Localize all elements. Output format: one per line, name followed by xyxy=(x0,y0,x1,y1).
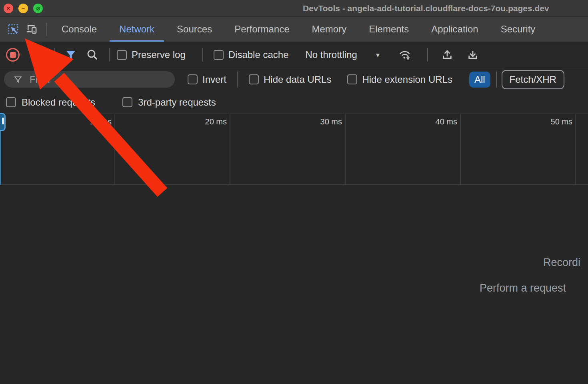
blocked-requests-label: Blocked requests xyxy=(22,97,95,108)
filter-chip-fetch-xhr[interactable]: Fetch/XHR xyxy=(502,70,564,89)
hide-data-urls-toggle[interactable]: Hide data URLs xyxy=(249,74,331,85)
funnel-icon xyxy=(66,51,76,59)
zoom-button[interactable] xyxy=(33,4,43,13)
tab-label: Elements xyxy=(369,24,409,35)
divider xyxy=(237,72,238,88)
filter-toggle-button[interactable] xyxy=(65,49,77,61)
inspect-cursor-icon xyxy=(8,24,19,35)
close-button[interactable] xyxy=(4,4,13,13)
tab-label: Console xyxy=(62,24,97,35)
close-icon xyxy=(6,6,11,11)
network-toolbar: Preserve log Disable cache No throttling… xyxy=(0,42,588,68)
filter-input[interactable] xyxy=(29,74,162,86)
preserve-log-checkbox[interactable] xyxy=(117,50,127,60)
minimize-icon xyxy=(21,6,26,11)
inspect-element-button[interactable] xyxy=(4,20,22,38)
title-bar: DevTools - angela-add-tutorial.cloudflar… xyxy=(0,0,588,17)
export-har-button[interactable] xyxy=(467,49,478,60)
ruler-gridline xyxy=(460,114,461,184)
throttling-value: No throttling xyxy=(305,49,357,60)
ruler-gridline xyxy=(114,114,115,184)
devtools-window: DevTools - angela-add-tutorial.cloudflar… xyxy=(0,0,588,384)
divider xyxy=(46,23,47,36)
overview-range-handle[interactable] xyxy=(0,113,6,131)
recording-message: Recordi xyxy=(543,256,580,269)
handle-grip xyxy=(2,118,4,124)
tab-elements[interactable]: Elements xyxy=(358,17,420,42)
chevron-down-icon: ▼ xyxy=(375,52,381,58)
preserve-log-label: Preserve log xyxy=(132,49,186,60)
tab-security[interactable]: Security xyxy=(490,17,547,42)
tab-label: Performance xyxy=(234,24,289,35)
window-title: DevTools - angela-add-tutorial.cloudflar… xyxy=(303,4,549,13)
hide-data-urls-label: Hide data URLs xyxy=(264,74,331,85)
preserve-log-toggle[interactable]: Preserve log xyxy=(117,49,186,60)
invert-label: Invert xyxy=(202,74,226,85)
hide-data-urls-checkbox[interactable] xyxy=(249,74,259,84)
device-toolbar-icon xyxy=(26,24,37,34)
record-button[interactable] xyxy=(6,48,20,62)
tab-label: Application xyxy=(431,24,478,35)
hide-extension-urls-checkbox[interactable] xyxy=(347,74,357,84)
ruler-tick: 40 ms xyxy=(417,117,457,126)
ruler-tick: 10 ms xyxy=(72,117,112,126)
throttling-select[interactable]: No throttling ▼ xyxy=(305,49,380,60)
search-button[interactable] xyxy=(86,49,98,61)
network-options-bar: Blocked requests 3rd-party requests xyxy=(0,91,588,114)
tab-label: Security xyxy=(501,24,536,35)
filter-chip-all[interactable]: All xyxy=(469,72,490,88)
disable-cache-toggle[interactable]: Disable cache xyxy=(214,49,289,60)
tab-performance[interactable]: Performance xyxy=(223,17,300,42)
overview-range-line xyxy=(0,131,1,185)
ruler-tick: 50 ms xyxy=(532,117,572,126)
filter-input-container[interactable] xyxy=(4,71,175,88)
gear-icon xyxy=(406,56,410,60)
tab-console[interactable]: Console xyxy=(50,17,108,42)
blocked-requests-toggle[interactable]: Blocked requests xyxy=(6,97,95,108)
device-toolbar-button[interactable] xyxy=(22,20,41,38)
ruler-tick: 30 ms xyxy=(302,117,342,126)
third-party-requests-checkbox[interactable] xyxy=(122,97,132,107)
network-filter-bar: Invert Hide data URLs Hide extension URL… xyxy=(0,68,588,91)
ruler-gridline xyxy=(575,114,576,184)
tab-sources[interactable]: Sources xyxy=(166,17,223,42)
invert-toggle[interactable]: Invert xyxy=(188,74,226,85)
perform-request-message: Perform a request xyxy=(480,282,566,294)
network-request-area: Recordi Perform a request xyxy=(0,186,588,384)
tab-label: Sources xyxy=(177,24,212,35)
disable-cache-checkbox[interactable] xyxy=(214,50,224,60)
tab-application[interactable]: Application xyxy=(420,17,489,42)
divider xyxy=(427,48,428,62)
divider xyxy=(496,72,497,88)
blocked-requests-checkbox[interactable] xyxy=(6,97,16,107)
funnel-outline-icon xyxy=(14,75,22,84)
tab-network[interactable]: Network xyxy=(108,17,166,42)
clear-button[interactable] xyxy=(30,50,41,60)
network-overview-ruler[interactable]: 10 ms 20 ms 30 ms 40 ms 50 ms xyxy=(0,114,588,185)
third-party-requests-label: 3rd-party requests xyxy=(138,97,216,108)
minimize-button[interactable] xyxy=(18,4,28,13)
divider xyxy=(202,48,203,62)
devtools-tab-bar: Console Network Sources Performance Memo… xyxy=(0,17,588,42)
divider xyxy=(54,48,55,62)
ruler-gridline xyxy=(230,114,230,184)
divider xyxy=(109,48,110,62)
disable-cache-label: Disable cache xyxy=(228,49,289,60)
ruler-tick: 20 ms xyxy=(187,117,227,126)
import-har-button[interactable] xyxy=(442,49,453,60)
record-stop-icon xyxy=(10,52,16,58)
invert-checkbox[interactable] xyxy=(188,74,198,84)
tab-label: Memory xyxy=(312,24,347,35)
hide-extension-urls-toggle[interactable]: Hide extension URLs xyxy=(347,74,452,85)
ruler-gridline xyxy=(345,114,346,184)
tab-memory[interactable]: Memory xyxy=(301,17,358,42)
hide-extension-urls-label: Hide extension URLs xyxy=(362,74,452,85)
panel-tabs: Console Network Sources Performance Memo… xyxy=(50,17,546,42)
zoom-disabled-icon xyxy=(36,6,41,11)
panel-icons xyxy=(0,17,50,42)
tab-label: Network xyxy=(119,24,154,35)
third-party-requests-toggle[interactable]: 3rd-party requests xyxy=(122,97,216,108)
network-conditions-button[interactable] xyxy=(398,49,411,60)
